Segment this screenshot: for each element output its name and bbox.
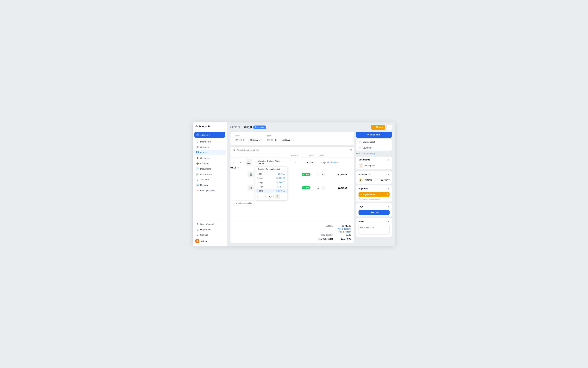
charge-dropdown-icon[interactable]: ▾	[336, 162, 337, 163]
add-discount-button[interactable]: Add a discount	[338, 228, 351, 230]
product-bundle-icon: ⛶	[255, 162, 257, 163]
quantity-increase-button-unicorn[interactable]: +	[321, 186, 325, 190]
products-table: Available Quantity Charge ≡ ▾ 🌊	[230, 153, 354, 222]
sidebar-item-orders[interactable]: Orders	[194, 150, 226, 155]
rental-row-4days[interactable]: 4 days $2,192.00	[255, 184, 288, 189]
help-center-icon: ◎	[196, 228, 199, 231]
quantity-value-unicorn[interactable]: 1	[316, 186, 320, 190]
sidebar-item-help-center[interactable]: ◎ Help center	[194, 227, 226, 232]
sidebar-collapse-button[interactable]: ‹	[224, 125, 225, 128]
rental-custom-input[interactable]	[257, 195, 266, 198]
sidebar-bottom: ⊞ Scan a barcode ◎ Help center ⚙ Setting…	[193, 220, 227, 246]
add-coupon-button[interactable]: Add a coupon	[339, 231, 351, 233]
new-order-button[interactable]: + New order	[194, 132, 225, 138]
sidebar-item-dashboard[interactable]: ⊙ Dashboard	[194, 139, 226, 144]
documents-collapse-icon[interactable]: ▲	[388, 159, 389, 161]
payments-collapse-icon[interactable]: ▲	[388, 187, 389, 190]
charge-amount-combo[interactable]: $2,740.00	[327, 161, 335, 164]
breadcrumb-parent[interactable]: Orders	[230, 125, 240, 129]
documents-section-title: Documents	[359, 158, 370, 161]
quantity-increase-button-tropical[interactable]: +	[321, 173, 325, 176]
sidebar-item-calendar[interactable]: ▦ Calendar	[194, 145, 226, 150]
tags-section-header: Tags ▲	[356, 203, 392, 209]
product-image-tropical: 🏄	[247, 171, 254, 177]
reports-icon: 📊	[196, 184, 199, 186]
rental-row-1day[interactable]: 1 day $548.00	[255, 172, 288, 176]
sub-item-unicorn: 🦄 ⛶ Unicorn Bounce House 1 reserved	[233, 184, 352, 196]
payments-section-title: Payments	[359, 187, 369, 190]
th-name	[252, 154, 286, 156]
return-time-select[interactable]: 09:00 AM ▾	[280, 138, 293, 142]
notes-collapse-icon[interactable]: ▲	[388, 220, 389, 222]
sidebar-item-bulk-operations[interactable]: ⚡ Bulk operations	[194, 188, 226, 193]
filter-icon[interactable]: ⊟	[350, 149, 352, 151]
documents-icon: 📄	[196, 167, 199, 170]
rental-calendar-button[interactable]: 📅	[275, 194, 280, 199]
rental-row-3days[interactable]: 3 days $1,644.00	[255, 180, 288, 184]
sidebar-item-inventory[interactable]: 📦 Inventory	[194, 161, 226, 166]
payment-due-dropdown-button[interactable]: ▾	[385, 192, 389, 197]
invoices-collapse-icon[interactable]: ▲	[388, 173, 389, 175]
product-availability-combo: ···	[287, 161, 304, 164]
sidebar-item-label-app-store: App store	[200, 178, 209, 181]
payment-due-main-button[interactable]: + Payment due	[359, 192, 385, 197]
sidebar-item-scan-barcode[interactable]: ⊞ Scan a barcode	[194, 221, 226, 227]
view-email-history-link[interactable]: View email history (0)	[356, 152, 392, 155]
charge-days-combo: 5 days	[320, 161, 326, 164]
return-date-row: 02 - 10 - 24 09:00 AM ▾	[266, 138, 293, 142]
settings-icon: ⚙	[196, 233, 199, 236]
user-profile[interactable]: N Nathan	[193, 238, 227, 244]
tags-section-content: + Add tags	[356, 209, 392, 217]
pickup-button[interactable]: ↑ Pickup	[371, 125, 385, 130]
charge-edit-icon[interactable]: ✎	[338, 161, 339, 164]
customers-icon: 👤	[196, 157, 199, 159]
expand-icon[interactable]: ▾	[240, 161, 245, 164]
pickup-time-select[interactable]: 10:30 AM ▾	[248, 138, 262, 142]
quantity-value-tropical[interactable]: 1	[316, 173, 320, 176]
new-quote-action[interactable]: 📄 New quote	[356, 145, 392, 151]
sidebar-item-settings[interactable]: ⚙ Settings	[194, 232, 226, 238]
sidebar-item-label-inventory: Inventory	[200, 162, 209, 165]
right-panel: ✉ Send email 📄 New contract 📄 New quote …	[356, 132, 392, 243]
quantity-increase-button-combo[interactable]: +	[310, 161, 314, 164]
new-contract-action[interactable]: 📄 New contract	[356, 139, 392, 145]
content-area: Pickup 27 - 09 - 24 10:30 AM ▾ Return	[227, 132, 395, 246]
documents-section-header: Documents ▲	[356, 156, 392, 162]
table-header: Available Quantity Charge	[230, 153, 354, 157]
app-store-icon: ⬡	[196, 178, 199, 181]
tags-section-title: Tags	[359, 205, 363, 208]
pro-forma-label[interactable]: Pro forma	[364, 179, 372, 181]
rental-price-3: $1,644.00	[277, 181, 285, 184]
sidebar-item-customers[interactable]: 👤 Customers	[194, 156, 226, 161]
add-tags-button[interactable]: + Add tags	[359, 210, 389, 215]
drag-handle-icon[interactable]: ≡	[233, 161, 239, 164]
more-options-button[interactable]: ···	[387, 125, 392, 130]
return-date-input[interactable]: 02 - 10 - 24	[266, 138, 279, 142]
rental-row-2days[interactable]: 2 days $1,096.00	[255, 176, 288, 180]
quantity-value-combo[interactable]: 1	[305, 161, 310, 164]
rental-unit-select[interactable]: Day ▾	[267, 195, 274, 198]
invoice-left: ⏱ Pro forma	[359, 178, 372, 182]
notes-textarea[interactable]	[359, 225, 389, 235]
pickup-date-input[interactable]: 27 - 09 - 24	[234, 138, 247, 142]
sidebar-item-documents[interactable]: 📄 Documents	[194, 166, 226, 171]
charge-close-button-combo[interactable]: ✕	[237, 166, 239, 169]
tags-collapse-icon[interactable]: ▲	[388, 205, 389, 208]
add-custom-line-button[interactable]: ▼ Add custom line	[233, 201, 255, 206]
status-badge: 2 reserved	[253, 126, 266, 129]
sidebar-item-reports[interactable]: 📊 Reports	[194, 182, 226, 188]
return-date-group: Return 02 - 10 - 24 09:00 AM ▾	[266, 135, 293, 142]
add-tags-label: + Add tags	[369, 211, 379, 214]
sidebar-item-app-store[interactable]: ⬡ App store	[194, 177, 226, 182]
sidebar-item-online-store[interactable]: 🛒 Online store	[194, 172, 226, 177]
rental-unit-chevron-icon: ▾	[271, 196, 272, 198]
search-input[interactable]	[237, 149, 349, 151]
pickup-time-chevron-icon: ▾	[259, 139, 260, 141]
total-discount-label: Total discount	[321, 234, 333, 236]
search-bar: 🔍 ⊟	[230, 147, 354, 153]
packing-slip-label[interactable]: Packing slip	[364, 164, 375, 167]
send-email-button[interactable]: ✉ Send email	[356, 132, 392, 138]
rental-days-5: 5 days	[257, 190, 263, 192]
th-drag	[233, 154, 239, 156]
rental-row-5days[interactable]: 5 days $2,740.00	[255, 189, 288, 193]
